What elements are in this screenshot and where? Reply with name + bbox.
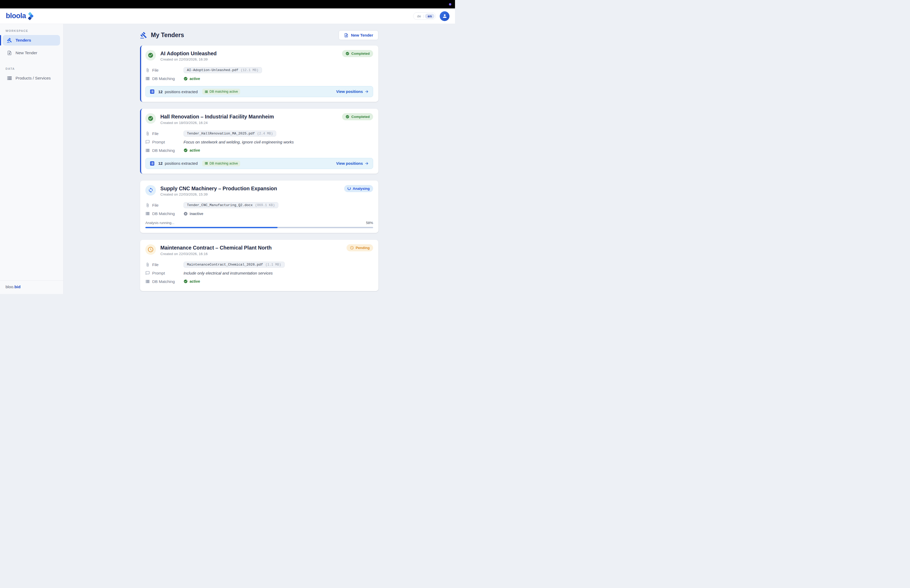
chat-bubble-icon [145,140,150,144]
check-circle-icon [148,52,154,58]
check-circle-icon [346,115,349,119]
sidebar-section-workspace: WORKSPACE [0,29,63,35]
positions-count: 12 [158,89,163,94]
view-positions-link[interactable]: View positions [336,162,369,166]
view-positions-link[interactable]: View positions [336,89,369,94]
os-topbar [0,0,455,8]
tender-created: Created on 22/03/2026, 16:39 [160,57,338,61]
tender-created: Created on 22/03/2026, 16:16 [160,252,342,256]
sidebar-item-label: New Tender [16,50,37,55]
lang-option-en[interactable]: en [425,14,435,19]
prompt-label: Prompt [145,271,184,275]
chat-bubble-icon [145,271,150,275]
file-chip: Tender_HallRenovation_MA_2025.pdf (2.4 M… [184,131,276,137]
clock-icon [147,246,154,253]
status-badge-pending: Pending [346,244,373,251]
prompt-text: Focus on steelwork and welding, ignore c… [184,140,294,144]
check-circle-icon [184,77,188,81]
progress-bar-track [145,227,373,228]
notification-dot [449,3,451,5]
tender-title: Supply CNC Machinery – Production Expans… [160,185,339,192]
progress-bar-fill [145,227,278,228]
tender-card-hall-renovation: Hall Renovation – Industrial Facility Ma… [140,109,378,173]
positions-text: positions extracted [165,89,198,94]
sidebar-section-data: DATA [0,67,63,73]
cancel-circle-icon [184,212,188,216]
positions-text: positions extracted [165,161,198,166]
tender-title: Maintenance Contract – Chemical Plant No… [160,244,342,251]
check-circle-icon [184,148,188,152]
check-circle-icon [148,116,154,121]
user-avatar-button[interactable] [440,11,449,21]
sidebar-item-tenders[interactable]: Tenders [3,35,60,45]
status-badge-completed: Completed [342,50,373,57]
tender-title: Hall Renovation – Industrial Facility Ma… [160,113,338,120]
table-icon [150,89,155,94]
gavel-icon [7,38,12,43]
database-icon [145,76,150,81]
database-icon [145,148,150,153]
clock-icon [350,246,354,250]
progress-label: Analysis running... [145,221,174,225]
db-matching-label: DB Matching [145,212,184,216]
analysis-progress: Analysis running... 58% [145,221,373,228]
positions-summary: 12 positions extracted DB matching activ… [145,158,373,169]
lang-option-de[interactable]: de [416,14,422,18]
gavel-icon [140,32,147,39]
paperclip-icon [145,68,150,73]
sidebar-item-new-tender[interactable]: New Tender [3,48,60,58]
db-matching-active-pill: DB matching active [202,161,241,166]
db-matching-active-pill: DB matching active [202,89,241,94]
sync-icon [148,187,154,193]
database-icon [7,76,12,81]
tender-created: Created on 22/03/2026, 15:39 [160,192,339,196]
table-icon [150,161,155,166]
positions-count: 12 [158,161,163,166]
sidebar: WORKSPACE Tenders New Tender DATA Produc… [0,24,63,294]
tender-card-maintenance-contract: Maintenance Contract – Chemical Plant No… [140,240,378,291]
positions-summary: 12 positions extracted DB matching activ… [145,86,373,97]
file-chip: AI-Adoption-Unleashed.pdf (12.1 MB) [184,67,262,73]
logo-diamonds-icon [27,12,34,20]
status-circle [145,113,156,124]
tender-created: Created on 18/03/2026, 16:24 [160,121,338,125]
status-badge-analysing: Analysing [344,185,373,192]
database-icon [205,90,208,94]
db-matching-label: DB Matching [145,76,184,81]
sidebar-item-label: Tenders [16,38,31,43]
db-matching-status: active [184,77,200,81]
bloola-logo: bloola [6,12,34,20]
prompt-label: Prompt [145,140,184,144]
db-matching-status: active [184,148,200,152]
file-chip: MaintenanceContract_Chemical_2026.pdf (1… [184,262,284,268]
db-matching-status: inactive [184,212,203,216]
file-label: File [145,68,184,73]
status-circle [145,244,156,255]
upload-file-icon [7,50,12,55]
file-label: File [145,203,184,207]
database-icon [145,212,150,216]
status-badge-completed: Completed [342,113,373,120]
paperclip-icon [145,203,150,207]
new-tender-button[interactable]: New Tender [339,30,378,40]
language-toggle[interactable]: de | en [413,12,436,20]
tender-card-ai-adoption: AI Adoption Unleashed Created on 22/03/2… [140,45,378,102]
database-icon [145,279,150,284]
file-chip: Tender_CNC_Manufacturing_Q2.docx (869.1 … [184,202,278,208]
status-circle [145,185,156,195]
database-icon [205,162,208,165]
arrow-right-icon [365,89,369,94]
sidebar-item-label: Products / Services [16,76,51,81]
status-circle [145,50,156,61]
sidebar-item-products-services[interactable]: Products / Services [3,73,60,84]
logo-text: bloola [6,12,26,20]
spinner-icon [348,187,351,190]
check-circle-icon [346,52,349,55]
file-label: File [145,262,184,267]
progress-percent: 58% [366,221,373,225]
sidebar-footer-brand: bloo.bid [0,280,63,294]
upload-file-icon [344,33,349,38]
lang-divider: | [423,14,424,18]
paperclip-icon [145,262,150,267]
tender-title: AI Adoption Unleashed [160,50,338,57]
